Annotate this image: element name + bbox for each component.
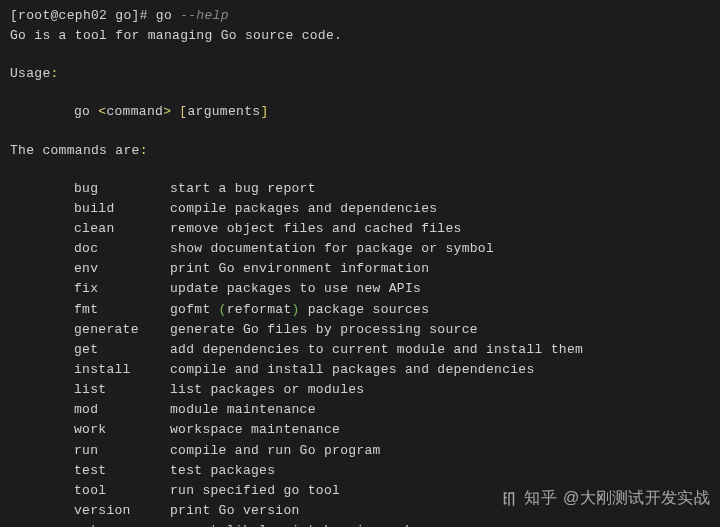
command-name: test — [74, 461, 170, 481]
command-row: getadd dependencies to current module an… — [10, 340, 710, 360]
syntax-command-arg: command — [106, 104, 163, 119]
usage-syntax: go <command> [arguments] — [10, 102, 710, 122]
command-name: doc — [74, 239, 170, 259]
syntax-cmd: go — [74, 104, 98, 119]
command-row: bugstart a bug report — [10, 179, 710, 199]
intro-text: Go is a tool for managing Go source code… — [10, 26, 710, 46]
command-desc: update packages to use new APIs — [170, 281, 421, 296]
command-desc-post: package sources — [300, 302, 430, 317]
command-desc: workspace maintenance — [170, 422, 340, 437]
bracket-close: ] — [132, 8, 140, 23]
command-name: fmt — [74, 300, 170, 320]
command-name: fix — [74, 279, 170, 299]
command-name: list — [74, 380, 170, 400]
command-desc: remove object files and cached files — [170, 221, 462, 236]
command-name: tool — [74, 481, 170, 501]
command-row: versionprint Go version — [10, 501, 710, 521]
command-name: clean — [74, 219, 170, 239]
command-name: version — [74, 501, 170, 521]
usage-label: Usage: — [10, 64, 710, 84]
typed-command: go — [156, 8, 180, 23]
command-row: runcompile and run Go program — [10, 441, 710, 461]
command-desc-mid: reformat — [227, 302, 292, 317]
syntax-arguments: arguments — [187, 104, 260, 119]
command-name: bug — [74, 179, 170, 199]
command-desc: module maintenance — [170, 402, 316, 417]
paren-close-icon: ) — [292, 302, 300, 317]
commands-header-text: The commands are — [10, 143, 140, 158]
command-name: work — [74, 420, 170, 440]
command-name: run — [74, 441, 170, 461]
command-desc: run specified go tool — [170, 483, 340, 498]
command-desc: compile and run Go program — [170, 443, 381, 458]
cwd: go — [107, 8, 131, 23]
command-desc: compile and install packages and depende… — [170, 362, 535, 377]
user-host: root@ceph02 — [18, 8, 107, 23]
command-row: envprint Go environment information — [10, 259, 710, 279]
command-row: fixupdate packages to use new APIs — [10, 279, 710, 299]
command-row: generategenerate Go files by processing … — [10, 320, 710, 340]
command-row: fmtgofmt (reformat) package sources — [10, 300, 710, 320]
command-name: vet — [74, 521, 170, 527]
command-desc-pre: gofmt — [170, 302, 219, 317]
paren-open-icon: ( — [219, 302, 227, 317]
square-close-icon: ] — [260, 104, 268, 119]
command-row: listlist packages or modules — [10, 380, 710, 400]
command-desc: generate Go files by processing source — [170, 322, 478, 337]
command-row: modmodule maintenance — [10, 400, 710, 420]
commands-colon: : — [140, 143, 148, 158]
command-name: mod — [74, 400, 170, 420]
command-desc: print Go environment information — [170, 261, 429, 276]
usage-word: Usage — [10, 66, 51, 81]
command-row: workworkspace maintenance — [10, 420, 710, 440]
command-desc: report likely mistakes in packages — [170, 523, 445, 527]
command-name: generate — [74, 320, 170, 340]
command-desc: compile packages and dependencies — [170, 201, 437, 216]
command-desc: add dependencies to current module and i… — [170, 342, 583, 357]
command-desc: list packages or modules — [170, 382, 364, 397]
command-name: get — [74, 340, 170, 360]
command-name: env — [74, 259, 170, 279]
command-desc: test packages — [170, 463, 275, 478]
commands-list: bugstart a bug reportbuildcompile packag… — [10, 179, 710, 527]
command-row: cleanremove object files and cached file… — [10, 219, 710, 239]
command-row: buildcompile packages and dependencies — [10, 199, 710, 219]
bracket-open: [ — [10, 8, 18, 23]
command-row: testtest packages — [10, 461, 710, 481]
command-name: install — [74, 360, 170, 380]
command-name: build — [74, 199, 170, 219]
command-desc: show documentation for package or symbol — [170, 241, 494, 256]
prompt-hash: # — [140, 8, 156, 23]
typed-flag: --help — [180, 8, 229, 23]
command-row: vetreport likely mistakes in packages — [10, 521, 710, 527]
command-row: toolrun specified go tool — [10, 481, 710, 501]
command-row: docshow documentation for package or sym… — [10, 239, 710, 259]
commands-header: The commands are: — [10, 141, 710, 161]
usage-colon: : — [51, 66, 59, 81]
shell-prompt-line: [root@ceph02 go]# go --help — [10, 6, 710, 26]
command-desc: print Go version — [170, 503, 300, 518]
command-row: installcompile and install packages and … — [10, 360, 710, 380]
command-desc: start a bug report — [170, 181, 316, 196]
